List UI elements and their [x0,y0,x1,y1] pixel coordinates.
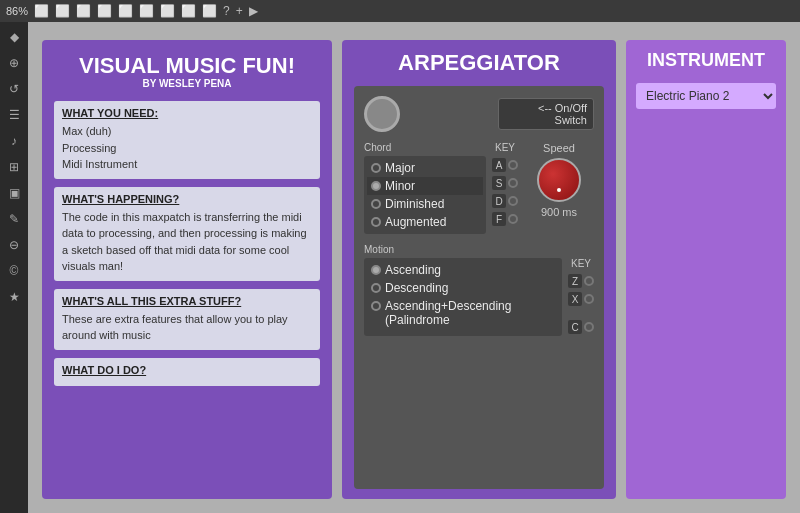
info-box-todo-title: WHAT DO I DO? [62,364,312,376]
chord-section: Chord Major Minor [364,142,486,234]
toolbar-icon-2[interactable]: ⬜ [55,4,70,18]
instrument-title: INSTRUMENT [636,50,776,71]
middle-panel: ARPEGGIATOR <-- On/Off Switch Chord Ma [342,40,616,499]
chord-diminished-name: Diminished [385,197,479,211]
motion-key-c: C [568,318,594,336]
sidebar-icon-8[interactable]: ✎ [5,210,23,228]
sidebar-icon-4[interactable]: ☰ [5,106,23,124]
left-sidebar: ◆ ⊕ ↺ ☰ ♪ ⊞ ▣ ✎ ⊖ © ★ [0,22,28,513]
motion-key-x: X [568,290,594,308]
panel-title: VISUAL MUSIC FUN! [54,54,320,78]
toolbar-icon-5[interactable]: ⬜ [118,4,133,18]
motion-descending[interactable]: Descending [367,279,559,297]
arp-body: <-- On/Off Switch Chord Major [354,86,604,489]
motion-ascending-radio[interactable] [371,265,381,275]
chord-key-f-badge: F [492,212,506,226]
chord-augmented-radio[interactable] [371,217,381,227]
motion-key-z-indicator [584,276,594,286]
speed-label: Speed [543,142,575,154]
info-box-happening-content: The code in this maxpatch is transferrin… [62,209,312,275]
sidebar-icon-2[interactable]: ⊕ [5,54,23,72]
chord-key-s: S [492,174,518,192]
toolbar-icon-8[interactable]: ⬜ [181,4,196,18]
info-box-happening-title: WHAT'S HAPPENING? [62,193,312,205]
motion-section: Motion Ascending Descending [364,244,594,336]
motion-palindrome[interactable]: Ascending+Descending(Palindrome [367,297,559,329]
chord-key-d-indicator [508,196,518,206]
chord-augmented[interactable]: Augmented [367,213,483,231]
sidebar-icon-5[interactable]: ♪ [5,132,23,150]
info-box-extra-content: These are extra features that allow you … [62,311,312,344]
chord-key-items: A S D F [492,156,518,228]
sidebar-icon-11[interactable]: ★ [5,288,23,306]
sidebar-icon-9[interactable]: ⊖ [5,236,23,254]
motion-key-column: KEY Z X C [568,258,594,336]
motion-list: Ascending Descending Ascending+Descendin… [364,258,562,336]
chord-key-f: F [492,210,518,228]
knob-indicator [557,188,561,192]
toolbar: 86% ⬜ ⬜ ⬜ ⬜ ⬜ ⬜ ⬜ ⬜ ⬜ ? + ▶ [0,0,800,22]
info-box-todo: WHAT DO I DO? [54,358,320,386]
sidebar-icon-7[interactable]: ▣ [5,184,23,202]
chord-key-f-indicator [508,214,518,224]
onoff-row: <-- On/Off Switch [364,96,594,132]
toggle-button[interactable] [364,96,400,132]
motion-palindrome-name: Ascending+Descending(Palindrome [385,299,511,327]
info-box-need-title: WHAT YOU NEED: [62,107,312,119]
motion-key-items: Z X C [568,272,594,336]
toolbar-icon-4[interactable]: ⬜ [97,4,112,18]
right-panel: INSTRUMENT Electric Piano 2 Piano Organ … [626,40,786,499]
chord-label: Chord [364,142,486,153]
toolbar-icon-9[interactable]: ⬜ [202,4,217,18]
panel-subtitle: BY WESLEY PENA [54,78,320,89]
motion-ascending-name: Ascending [385,263,441,277]
info-box-extra: WHAT'S ALL THIS EXTRA STUFF? These are e… [54,289,320,350]
toolbar-zoom: 86% [6,5,28,17]
chord-items: Major Minor Diminished [364,156,486,234]
chord-major-name: Major [385,161,479,175]
chord-major-radio[interactable] [371,163,381,173]
motion-key-x-indicator [584,294,594,304]
onoff-label[interactable]: <-- On/Off Switch [498,98,594,130]
motion-key-z-badge: Z [568,274,582,288]
chord-diminished-radio[interactable] [371,199,381,209]
toolbar-icon-6[interactable]: ⬜ [139,4,154,18]
chord-speed-row: Chord Major Minor [364,142,594,234]
sidebar-icon-1[interactable]: ◆ [5,28,23,46]
chord-minor-name: Minor [385,179,479,193]
motion-palindrome-radio[interactable] [371,301,381,311]
main-content: VISUAL MUSIC FUN! BY WESLEY PENA WHAT YO… [28,22,800,513]
toolbar-present-icon[interactable]: ▶ [249,4,258,18]
info-box-need: WHAT YOU NEED: Max (duh)ProcessingMidi I… [54,101,320,179]
chord-major[interactable]: Major [367,159,483,177]
sidebar-icon-3[interactable]: ↺ [5,80,23,98]
motion-label: Motion [364,244,594,255]
motion-descending-name: Descending [385,281,448,295]
chord-key-column: KEY A S D [492,142,518,228]
motion-descending-radio[interactable] [371,283,381,293]
chord-key-s-badge: S [492,176,506,190]
speed-knob[interactable] [537,158,581,202]
chord-key-d: D [492,192,518,210]
chord-minor-radio[interactable] [371,181,381,191]
sidebar-icon-6[interactable]: ⊞ [5,158,23,176]
info-box-need-content: Max (duh)ProcessingMidi Instrument [62,123,312,173]
toolbar-icon-11[interactable]: + [236,4,243,18]
instrument-select[interactable]: Electric Piano 2 Piano Organ Guitar Bass… [636,83,776,109]
chord-key-header: KEY [492,142,518,153]
motion-key-z: Z [568,272,594,290]
toolbar-icon-1[interactable]: ⬜ [34,4,49,18]
toolbar-icon-3[interactable]: ⬜ [76,4,91,18]
motion-ascending[interactable]: Ascending [367,261,559,279]
left-panel: VISUAL MUSIC FUN! BY WESLEY PENA WHAT YO… [42,40,332,499]
chord-key-a: A [492,156,518,174]
chord-diminished[interactable]: Diminished [367,195,483,213]
chord-key-a-indicator [508,160,518,170]
sidebar-icon-10[interactable]: © [5,262,23,280]
motion-body: Ascending Descending Ascending+Descendin… [364,258,594,336]
chord-minor[interactable]: Minor [367,177,483,195]
toolbar-icon-7[interactable]: ⬜ [160,4,175,18]
toolbar-icon-10[interactable]: ? [223,4,230,18]
chord-augmented-name: Augmented [385,215,479,229]
motion-key-c-badge: C [568,320,582,334]
